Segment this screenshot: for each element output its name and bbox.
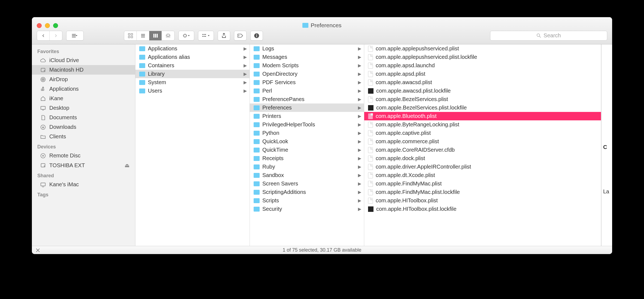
list-item[interactable]: Messages▶ <box>250 53 364 61</box>
list-item[interactable]: Security▶ <box>250 205 364 213</box>
item-label: com.apple.FindMyMac.plist.lockfile <box>376 189 460 195</box>
list-item[interactable]: Sandbox▶ <box>250 171 364 179</box>
window-title-text: Preferences <box>311 22 341 29</box>
back-button[interactable] <box>37 31 50 40</box>
folder-icon <box>254 190 260 195</box>
sidebar-item[interactable]: iKane <box>32 94 135 103</box>
list-item[interactable]: com.apple.dock.plist <box>364 154 601 163</box>
column-2[interactable]: Logs▶Messages▶Modem Scripts▶OpenDirector… <box>250 44 364 246</box>
chevron-right-icon: ▶ <box>358 54 361 60</box>
list-item[interactable]: Scripts▶ <box>250 196 364 205</box>
home-icon <box>40 96 46 102</box>
info-button[interactable] <box>250 31 263 41</box>
list-item[interactable]: Users▶ <box>135 87 250 95</box>
list-item[interactable]: com.apple.commerce.plist <box>364 137 601 146</box>
list-item[interactable]: com.apple.FindMyMac.plist.lockfile <box>364 188 601 196</box>
list-item[interactable]: com.apple.apsd.plist <box>364 70 601 78</box>
list-item[interactable]: System▶ <box>135 78 250 87</box>
desktop-icon <box>40 105 46 111</box>
list-item[interactable]: QuickLook▶ <box>250 137 364 146</box>
list-item[interactable]: Python▶ <box>250 129 364 137</box>
folder-icon <box>254 63 260 68</box>
svg-rect-4 <box>153 34 154 38</box>
list-item[interactable]: com.apple.HIToolbox.plist.lockfile <box>364 205 601 213</box>
chevron-right-icon: ▶ <box>244 71 247 77</box>
list-item[interactable]: com.apple.dt.Xcode.plist <box>364 171 601 179</box>
list-item[interactable]: com.apple.applepushserviced.plist <box>364 44 601 53</box>
list-item[interactable]: com.apple.apsd.launchd <box>364 61 601 70</box>
list-item[interactable]: com.apple.ByteRangeLocking.plist <box>364 120 601 129</box>
list-item[interactable]: com.apple.CoreRAIDServer.cfdb <box>364 146 601 154</box>
sidebar-item[interactable]: Applications <box>32 84 135 94</box>
list-item[interactable]: com.apple.captive.plist <box>364 129 601 137</box>
list-item[interactable]: com.apple.BezelServices.plist.lockfile <box>364 103 601 112</box>
list-item[interactable]: Applications▶ <box>135 44 250 53</box>
list-item[interactable]: ScriptingAdditions▶ <box>250 188 364 196</box>
sidebar-item[interactable]: Remote Disc <box>32 151 135 160</box>
path-icon[interactable] <box>36 248 40 252</box>
item-label: Applications alias <box>148 54 190 60</box>
list-item[interactable]: Modem Scripts▶ <box>250 61 364 70</box>
sidebar-item[interactable]: Documents <box>32 113 135 122</box>
folder-icon <box>254 80 260 85</box>
folder-icon <box>254 181 260 186</box>
hdd-icon <box>40 67 46 73</box>
share-button[interactable] <box>218 31 230 41</box>
list-item[interactable]: PDF Services▶ <box>250 78 364 87</box>
list-item[interactable]: PreferencePanes▶ <box>250 95 364 103</box>
document-icon <box>368 46 373 52</box>
list-item[interactable]: com.apple.HIToolbox.plist <box>364 196 601 205</box>
close-button[interactable] <box>37 23 42 28</box>
list-item[interactable]: Ruby▶ <box>250 163 364 171</box>
list-item[interactable]: com.apple.BezelServices.plist <box>364 95 601 103</box>
list-item[interactable]: Receipts▶ <box>250 154 364 163</box>
search-field[interactable]: Search <box>490 31 607 41</box>
tags-button[interactable] <box>234 31 247 41</box>
arrange-menu[interactable] <box>66 31 84 41</box>
list-item[interactable]: OpenDirectory▶ <box>250 70 364 78</box>
sidebar[interactable]: FavoritesiCloud DriveMacintosh HDAirDrop… <box>32 44 135 246</box>
sidebar-item[interactable]: Desktop <box>32 103 135 113</box>
list-item[interactable]: com.apple.awacsd.plist.lockfile <box>364 87 601 95</box>
exec-icon <box>368 88 373 94</box>
list-item[interactable]: com.apple.FindMyMac.plist <box>364 179 601 188</box>
list-item[interactable]: Perl▶ <box>250 87 364 95</box>
sidebar-item[interactable]: AirDrop <box>32 75 135 84</box>
view-coverflow-button[interactable] <box>162 31 174 40</box>
list-item[interactable]: Applications alias▶ <box>135 53 250 61</box>
list-item[interactable]: Screen Savers▶ <box>250 179 364 188</box>
list-item[interactable]: Preferences▶ <box>250 103 364 112</box>
column-1[interactable]: Applications▶Applications alias▶Containe… <box>135 44 250 246</box>
list-item[interactable]: com.apple.driver.AppleIRController.plist <box>364 163 601 171</box>
forward-button[interactable] <box>50 31 62 40</box>
sidebar-item[interactable]: Macintosh HD <box>32 65 135 75</box>
zoom-button[interactable] <box>53 23 58 28</box>
sidebar-item[interactable]: Clients <box>32 132 135 141</box>
sidebar-item[interactable]: Kane's iMac <box>32 180 135 189</box>
list-item[interactable]: QuickTime▶ <box>250 146 364 154</box>
sidebar-item[interactable]: Downloads <box>32 122 135 132</box>
column-3[interactable]: com.apple.applepushserviced.plistcom.app… <box>364 44 601 246</box>
list-item[interactable]: com.apple.awacsd.plist <box>364 78 601 87</box>
list-item[interactable]: Printers▶ <box>250 112 364 120</box>
svg-rect-6 <box>157 34 158 38</box>
group-menu[interactable] <box>198 31 214 41</box>
list-item[interactable]: com.apple.Bluetooth.plist <box>364 112 601 120</box>
view-icon-button[interactable] <box>124 31 137 40</box>
list-item[interactable]: PrivilegedHelperTools▶ <box>250 120 364 129</box>
view-list-button[interactable] <box>137 31 149 40</box>
list-item[interactable]: Logs▶ <box>250 44 364 53</box>
eject-icon[interactable]: ⏏ <box>124 162 130 169</box>
list-item[interactable]: Containers▶ <box>135 61 250 70</box>
list-item[interactable]: com.apple.applepushserviced.plist.lockfi… <box>364 53 601 61</box>
view-column-button[interactable] <box>149 31 162 40</box>
minimize-button[interactable] <box>45 23 50 28</box>
item-label: com.apple.dt.Xcode.plist <box>376 172 435 178</box>
sidebar-item[interactable]: iCloud Drive <box>32 56 135 65</box>
svg-rect-7 <box>167 34 169 36</box>
list-item[interactable]: Library▶ <box>135 70 250 78</box>
sidebar-item[interactable]: TOSHIBA EXT⏏ <box>32 160 135 170</box>
action-menu[interactable] <box>178 31 194 41</box>
sidebar-item-label: Macintosh HD <box>49 67 84 73</box>
folder-icon <box>139 80 145 85</box>
